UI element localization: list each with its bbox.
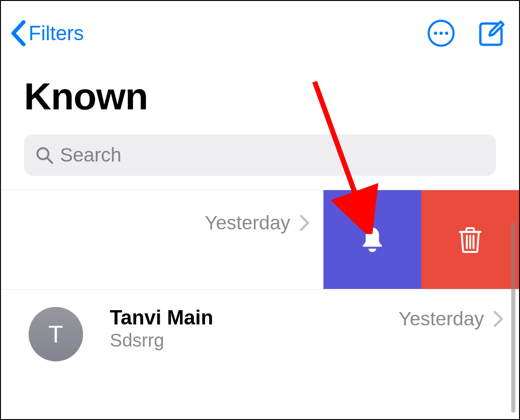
conversation-list: Garg Yesterday <box>1 190 519 386</box>
back-label: Filters <box>29 22 84 45</box>
trash-icon <box>456 225 484 254</box>
row-time: Yesterday <box>205 212 290 234</box>
delete-action-button[interactable] <box>421 190 519 289</box>
svg-line-5 <box>48 158 52 163</box>
conversation-row[interactable]: Garg Yesterday <box>0 190 519 289</box>
svg-point-2 <box>440 32 443 35</box>
avatar: T <box>29 307 83 361</box>
conversation-row[interactable]: T Tanvi Main Sdsrrg Yesterday <box>1 289 519 386</box>
scroll-indicator <box>511 222 515 413</box>
chevron-left-icon <box>10 20 27 46</box>
more-icon <box>427 19 455 48</box>
chevron-right-icon <box>299 215 310 231</box>
row-time: Yesterday <box>399 308 484 330</box>
chevron-right-icon <box>493 311 503 327</box>
more-button[interactable] <box>427 19 455 48</box>
avatar-initial: T <box>48 320 63 348</box>
compose-button[interactable] <box>478 20 505 47</box>
message-preview: Sdsrrg <box>110 330 399 351</box>
svg-point-4 <box>37 148 48 159</box>
row-meta: Yesterday <box>205 212 323 234</box>
mute-action-button[interactable] <box>323 190 421 289</box>
header-actions <box>427 19 505 48</box>
row-name-group: Garg <box>0 202 205 232</box>
svg-point-1 <box>434 32 437 35</box>
navigation-header: Filters <box>1 1 519 61</box>
row-content: Garg Yesterday <box>0 190 323 289</box>
back-button[interactable]: Filters <box>10 20 84 46</box>
row-meta: Yesterday <box>399 303 519 330</box>
bell-icon <box>358 225 387 254</box>
search-placeholder: Search <box>60 144 121 166</box>
search-icon <box>35 146 54 164</box>
row-text-group: Tanvi Main Sdsrrg <box>83 303 399 351</box>
compose-icon <box>478 20 505 47</box>
search-input[interactable]: Search <box>24 134 496 176</box>
contact-name: Tanvi Main <box>110 306 399 329</box>
contact-name: Garg <box>0 207 205 232</box>
swipe-actions <box>323 190 519 289</box>
svg-point-3 <box>445 32 448 35</box>
page-title: Known <box>1 61 519 127</box>
